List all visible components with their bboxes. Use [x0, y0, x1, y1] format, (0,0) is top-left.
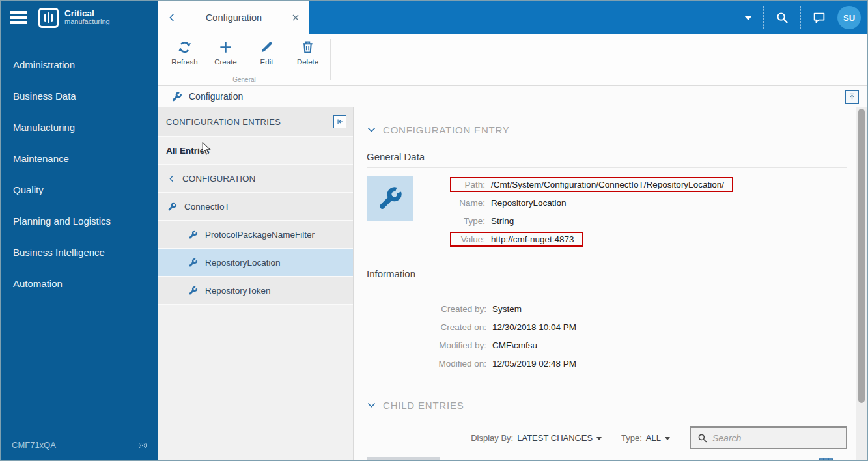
- brand-line1: Critical: [64, 9, 110, 18]
- tabs-dropdown-caret-icon[interactable]: [744, 16, 752, 20]
- refresh-icon: [177, 40, 192, 55]
- tree-item-label: RepositoryLocation: [205, 258, 281, 268]
- chevron-left-icon: [167, 175, 176, 183]
- brand-line2: manufacturing: [64, 18, 110, 26]
- type-filter-value: ALL: [646, 433, 661, 443]
- brand-logo-icon: [38, 8, 59, 28]
- wrench-icon: [188, 286, 198, 296]
- path-label: Path:: [455, 180, 485, 189]
- list-item-all-entries[interactable]: All Entries: [158, 137, 353, 165]
- edit-label: Edit: [260, 58, 273, 66]
- tab-title: Configuration: [177, 12, 290, 23]
- popout-button[interactable]: [845, 90, 859, 104]
- section-title: CONFIGURATION ENTRY: [383, 124, 510, 135]
- tree-item-protocolpackagenamefilter[interactable]: ProtocolPackageNameFilter: [158, 221, 353, 249]
- section-title: CHILD ENTRIES: [383, 400, 464, 411]
- user-avatar[interactable]: SU: [837, 6, 861, 29]
- child-entries-searchbox[interactable]: [690, 426, 847, 449]
- value-highlight-box: Value: http://cmf-nuget:4873: [450, 232, 583, 247]
- app-window: Critical manufacturing Administration Bu…: [0, 0, 868, 461]
- sidebar-item-quality[interactable]: Quality: [1, 174, 158, 205]
- sidebar-item-administration[interactable]: Administration: [1, 49, 158, 80]
- grid-view-icon[interactable]: [819, 456, 834, 460]
- sidebar-nav: Administration Business Data Manufacturi…: [1, 49, 158, 299]
- list-item-configuration-parent[interactable]: CONFIGURATION: [158, 165, 353, 193]
- sidebar: Critical manufacturing Administration Bu…: [1, 1, 158, 460]
- tree-item-repositorylocation[interactable]: RepositoryLocation: [158, 249, 353, 277]
- display-by-label: Display By:: [471, 433, 513, 443]
- topbar-separator: [800, 6, 801, 29]
- topbar: Configuration SU: [158, 1, 867, 34]
- wrench-icon: [171, 91, 182, 102]
- environment-name: CMF71xQA: [12, 440, 56, 450]
- tree-item-label: ProtocolPackageNameFilter: [205, 230, 315, 240]
- modified-by-label: Modified by:: [367, 341, 486, 350]
- modified-by-value: CMF\cmfsu: [492, 341, 537, 350]
- field-created-by: Created by: System: [367, 300, 847, 318]
- all-entries-label: All Entries: [166, 146, 210, 156]
- name-value: RepositoryLocation: [491, 198, 567, 208]
- vertical-scrollbar[interactable]: [856, 107, 867, 460]
- sidebar-header: Critical manufacturing: [1, 1, 158, 34]
- sidebar-item-automation[interactable]: Automation: [1, 268, 158, 299]
- chevron-down-icon: [367, 125, 376, 135]
- display-by-dropdown[interactable]: Display By: LATEST CHANGES: [471, 433, 602, 443]
- wrench-icon: [188, 230, 198, 240]
- search-input[interactable]: [712, 433, 840, 443]
- page-title: Configuration: [189, 91, 845, 102]
- wrench-icon: [377, 186, 403, 212]
- delete-button[interactable]: Delete: [287, 40, 328, 66]
- sidebar-item-business-data[interactable]: Business Data: [1, 80, 158, 111]
- divider: [367, 167, 847, 168]
- display-by-value: LATEST CHANGES: [517, 433, 593, 443]
- general-data-title: General Data: [367, 151, 847, 162]
- field-modified-by: Modified by: CMF\cmfsu: [367, 336, 847, 354]
- divider: [367, 285, 847, 285]
- field-type: Type: String: [455, 212, 733, 229]
- information-title: Information: [367, 268, 847, 279]
- search-icon[interactable]: [775, 10, 789, 25]
- tree-item-repositorytoken[interactable]: RepositoryToken: [158, 277, 353, 305]
- caret-down-icon: [665, 437, 670, 440]
- created-by-label: Created by:: [367, 304, 486, 314]
- type-value: String: [491, 216, 514, 226]
- field-name: Name: RepositoryLocation: [455, 194, 733, 211]
- field-modified-on: Modified on: 12/05/2019 02:48 PM: [367, 354, 847, 372]
- breadcrumb: Configuration: [158, 86, 867, 107]
- field-path: Path: /Cmf/System/Configuration/ConnectI…: [455, 176, 733, 193]
- value-label: Value:: [455, 234, 485, 244]
- topbar-separator: [763, 6, 764, 29]
- sidebar-item-business-intelligence[interactable]: Business Intelligence: [1, 236, 158, 268]
- collapse-panel-button[interactable]: [333, 115, 346, 128]
- pencil-icon: [259, 40, 274, 55]
- type-dropdown[interactable]: Type: ALL: [621, 433, 670, 443]
- sidebar-item-planning-logistics[interactable]: Planning and Logistics: [1, 205, 158, 236]
- chat-icon[interactable]: [812, 10, 826, 25]
- tree-item-connectiot[interactable]: ConnectIoT: [158, 193, 353, 221]
- created-on-label: Created on:: [367, 322, 486, 332]
- tab-close-icon[interactable]: [290, 12, 301, 23]
- brand-name: Critical manufacturing: [64, 9, 110, 26]
- scrollbar-thumb[interactable]: [858, 109, 865, 403]
- tree-item-label: RepositoryToken: [205, 286, 271, 296]
- tab-configuration[interactable]: Configuration: [158, 1, 309, 34]
- tab-back-chevron-icon[interactable]: [167, 12, 177, 23]
- modified-on-value: 12/05/2019 02:48 PM: [492, 359, 576, 369]
- entries-panel-header: CONFIGURATION ENTRIES: [158, 107, 353, 137]
- child-entries-section-header[interactable]: CHILD ENTRIES: [367, 400, 847, 411]
- path-highlight-box: Path: /Cmf/System/Configuration/ConnectI…: [450, 177, 733, 192]
- path-value: /Cmf/System/Configuration/ConnectIoT/Rep…: [491, 180, 724, 189]
- hamburger-menu-icon[interactable]: [10, 8, 27, 27]
- sidebar-item-maintenance[interactable]: Maintenance: [1, 143, 158, 174]
- child-entries-controls: Display By: LATEST CHANGES Type: ALL: [367, 426, 847, 449]
- edit-button[interactable]: Edit: [246, 40, 287, 66]
- name-label: Name:: [455, 198, 485, 208]
- created-by-value: System: [492, 304, 522, 314]
- refresh-button[interactable]: Refresh: [164, 40, 205, 66]
- delete-label: Delete: [297, 58, 318, 66]
- toolbar-group-general: Refresh Create Edit Delete General: [158, 34, 330, 86]
- create-button[interactable]: Create: [205, 40, 246, 66]
- configuration-entry-section-header[interactable]: CONFIGURATION ENTRY: [367, 124, 847, 135]
- plus-icon: [218, 40, 233, 55]
- sidebar-item-manufacturing[interactable]: Manufacturing: [1, 111, 158, 143]
